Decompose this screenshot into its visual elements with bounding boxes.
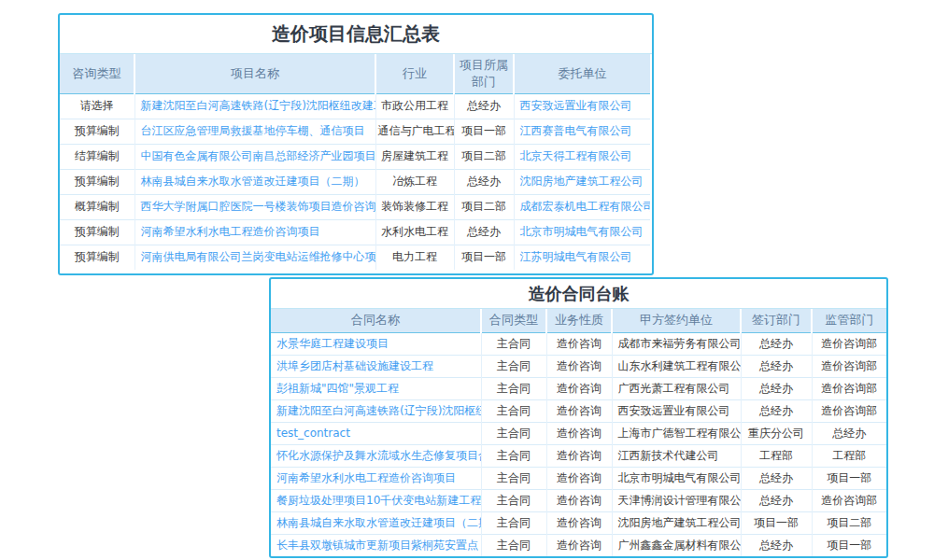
party-a-cell: 广州鑫鑫金属材料有限公司: [612, 534, 741, 556]
project-name-link[interactable]: 林南县城自来水取水管道改迁建项目（二期）: [134, 169, 375, 194]
business-type-cell: 造价咨询: [546, 355, 612, 377]
department-cell: 项目一部: [454, 245, 514, 270]
party-a-cell: 山东水利建筑工程有限公司: [612, 355, 741, 377]
client-link[interactable]: 成都宏泰机电工程有限公司: [514, 194, 650, 219]
project-name-link[interactable]: 台江区应急管理局救援基地停车棚、通信项目: [134, 119, 375, 144]
sign-dept-cell: 总经办: [741, 332, 812, 355]
consult-type-cell: 请选择: [60, 93, 134, 119]
supervise-dept-cell: 总经办: [812, 422, 886, 444]
table-row: 预算编制河南供电局有限公司兰岗变电站运维抢修中心项目电力工程项目一部江苏明城电气…: [60, 245, 650, 270]
contract-name-link[interactable]: 怀化水源保护及舞水流域水生态修复项目合同: [271, 444, 481, 467]
contract-type-cell: 主合同: [481, 399, 546, 422]
column-header: 项目所属部门: [454, 54, 514, 93]
department-cell: 项目二部: [454, 144, 514, 169]
table-row: 洪埠乡团店村基础设施建设工程主合同造价咨询山东水利建筑工程有限公司总经办造价咨询…: [271, 355, 886, 377]
table-row: 河南希望水利水电工程造价咨询项目主合同造价咨询北京市明城电气有限公司总经办项目一…: [271, 467, 886, 489]
client-link[interactable]: 江西赛普电气有限公司: [514, 119, 650, 144]
table-row: 林南县城自来水取水管道改迁建项目（二期）主合同造价咨询沈阳房地产建筑工程公司项目…: [271, 511, 886, 534]
contract-name-link[interactable]: 洪埠乡团店村基础设施建设工程: [271, 355, 481, 377]
contract-name-link[interactable]: test_contract: [271, 422, 481, 444]
industry-cell: 装饰装修工程: [375, 194, 454, 219]
contract-name-link[interactable]: 河南希望水利水电工程造价咨询项目: [271, 467, 481, 489]
contract-header-row: 合同名称合同类型业务性质甲方签约单位签订部门监管部门: [271, 309, 886, 332]
supervise-dept-cell: 造价咨询部: [812, 399, 886, 422]
supervise-dept-cell: 造价咨询部: [812, 377, 886, 399]
sign-dept-cell: 总经办: [741, 377, 812, 399]
party-a-cell: 天津博润设计管理有限公司: [612, 489, 741, 511]
contract-name-link[interactable]: 水景华庭工程建设项目: [271, 332, 481, 355]
sign-dept-cell: 工程部: [741, 444, 812, 467]
party-a-cell: 沈阳房地产建筑工程公司: [612, 511, 741, 534]
contract-type-cell: 主合同: [481, 489, 546, 511]
summary-table: 咨询类型项目名称行业项目所属部门委托单位 请选择新建沈阳至白河高速铁路(辽宁段)…: [60, 54, 650, 270]
department-cell: 项目二部: [454, 194, 514, 219]
consult-type-cell: 结算编制: [60, 144, 134, 169]
department-cell: 总经办: [454, 219, 514, 245]
contract-type-cell: 主合同: [481, 444, 546, 467]
contract-name-link[interactable]: 彭祖新城"四馆"景观工程: [271, 377, 481, 399]
column-header: 委托单位: [514, 54, 650, 93]
contract-name-link[interactable]: 林南县城自来水取水管道改迁建项目（二期）: [271, 511, 481, 534]
consult-type-cell: 概算编制: [60, 194, 134, 219]
project-name-link[interactable]: 河南供电局有限公司兰岗变电站运维抢修中心项目: [134, 245, 375, 270]
client-link[interactable]: 江苏明城电气有限公司: [514, 245, 650, 270]
industry-cell: 水利水电工程: [375, 219, 454, 245]
business-type-cell: 造价咨询: [546, 377, 612, 399]
sign-dept-cell: 项目一部: [741, 511, 812, 534]
project-name-link[interactable]: 中国有色金属有限公司南昌总部经济产业园项目二期: [134, 144, 375, 169]
industry-cell: 电力工程: [375, 245, 454, 270]
contract-table: 合同名称合同类型业务性质甲方签约单位签订部门监管部门 水景华庭工程建设项目主合同…: [271, 309, 886, 556]
table-row: 彭祖新城"四馆"景观工程主合同造价咨询广西光萧工程有限公司总经办造价咨询部: [271, 377, 886, 399]
contract-type-cell: 主合同: [481, 422, 546, 444]
sign-dept-cell: 总经办: [741, 399, 812, 422]
summary-table-title: 造价项目信息汇总表: [60, 15, 652, 54]
project-name-link[interactable]: 河南希望水利水电工程造价咨询项目: [134, 219, 375, 245]
project-name-link[interactable]: 新建沈阳至白河高速铁路(辽宁段)沈阳枢纽改建工程: [134, 93, 375, 119]
column-header: 签订部门: [741, 309, 812, 332]
business-type-cell: 造价咨询: [546, 332, 612, 355]
supervise-dept-cell: 造价咨询部: [812, 489, 886, 511]
industry-cell: 房屋建筑工程: [375, 144, 454, 169]
table-row: 请选择新建沈阳至白河高速铁路(辽宁段)沈阳枢纽改建工程市政公用工程总经办西安致远…: [60, 93, 650, 119]
contract-type-cell: 主合同: [481, 467, 546, 489]
industry-cell: 通信与广电工程: [375, 119, 454, 144]
client-link[interactable]: 西安致远置业有限公司: [514, 93, 650, 119]
contract-name-link[interactable]: 新建沈阳至白河高速铁路(辽宁段)沈阳枢纽改建工程: [271, 399, 481, 422]
table-row: 长丰县双墩镇城市更新项目紫桐苑安置点主合同造价咨询广州鑫鑫金属材料有限公司总经办…: [271, 534, 886, 556]
consult-type-cell: 预算编制: [60, 119, 134, 144]
table-row: 怀化水源保护及舞水流域水生态修复项目合同主合同造价咨询江西新技术代建公司工程部工…: [271, 444, 886, 467]
business-type-cell: 造价咨询: [546, 534, 612, 556]
business-type-cell: 造价咨询: [546, 422, 612, 444]
contract-name-link[interactable]: 长丰县双墩镇城市更新项目紫桐苑安置点: [271, 534, 481, 556]
column-header: 合同名称: [271, 309, 481, 332]
party-a-cell: 上海市广德智工程有限公司: [612, 422, 741, 444]
summary-table-panel: 造价项目信息汇总表 咨询类型项目名称行业项目所属部门委托单位 请选择新建沈阳至白…: [58, 13, 654, 275]
supervise-dept-cell: 项目一部: [812, 467, 886, 489]
table-row: 水景华庭工程建设项目主合同造价咨询成都市来福劳务有限公司总经办造价咨询部: [271, 332, 886, 355]
contract-table-title: 造价合同台账: [271, 279, 886, 309]
contract-name-link[interactable]: 餐厨垃圾处理项目10千伏变电站新建工程: [271, 489, 481, 511]
supervise-dept-cell: 工程部: [812, 444, 886, 467]
client-link[interactable]: 北京天得工程有限公司: [514, 144, 650, 169]
project-name-link[interactable]: 西华大学附属口腔医院一号楼装饰项目造价咨询: [134, 194, 375, 219]
sign-dept-cell: 总经办: [741, 467, 812, 489]
consult-type-cell: 预算编制: [60, 245, 134, 270]
table-row: test_contract主合同造价咨询上海市广德智工程有限公司重庆分公司总经办: [271, 422, 886, 444]
party-a-cell: 广西光萧工程有限公司: [612, 377, 741, 399]
industry-cell: 市政公用工程: [375, 93, 454, 119]
department-cell: 项目一部: [454, 119, 514, 144]
sign-dept-cell: 总经办: [741, 534, 812, 556]
table-row: 预算编制林南县城自来水取水管道改迁建项目（二期）冶炼工程总经办沈阳房地产建筑工程…: [60, 169, 650, 194]
summary-header-row: 咨询类型项目名称行业项目所属部门委托单位: [60, 54, 650, 93]
column-header: 项目名称: [134, 54, 375, 93]
client-link[interactable]: 北京市明城电气有限公司: [514, 219, 650, 245]
table-row: 结算编制中国有色金属有限公司南昌总部经济产业园项目二期房屋建筑工程项目二部北京天…: [60, 144, 650, 169]
column-header: 甲方签约单位: [612, 309, 741, 332]
client-link[interactable]: 沈阳房地产建筑工程公司: [514, 169, 650, 194]
column-header: 业务性质: [546, 309, 612, 332]
business-type-cell: 造价咨询: [546, 467, 612, 489]
sign-dept-cell: 总经办: [741, 489, 812, 511]
supervise-dept-cell: 项目一部: [812, 534, 886, 556]
party-a-cell: 西安致远置业有限公司: [612, 399, 741, 422]
sign-dept-cell: 总经办: [741, 355, 812, 377]
